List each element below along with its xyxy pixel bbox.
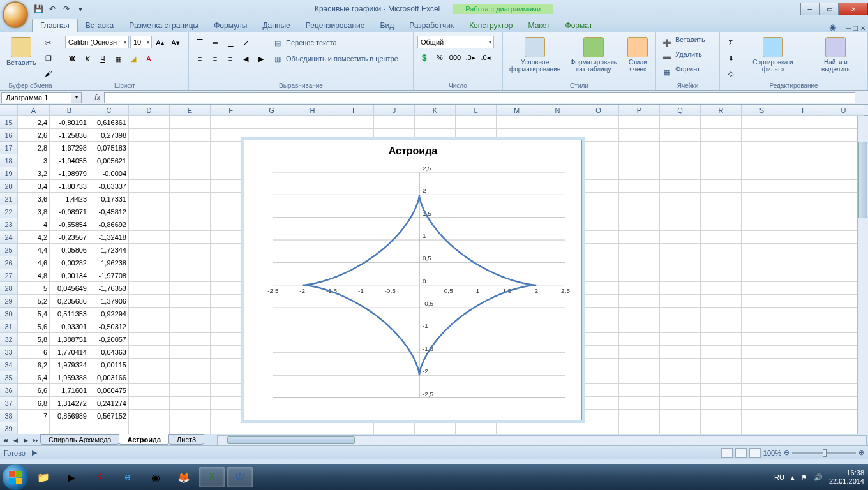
- cell[interactable]: 0,060475: [89, 384, 129, 397]
- cell[interactable]: 5,6: [18, 320, 50, 333]
- paste-button[interactable]: Вставить: [4, 36, 39, 68]
- cell[interactable]: [129, 180, 170, 193]
- cell[interactable]: [578, 193, 619, 205]
- formula-input[interactable]: [104, 92, 855, 103]
- cell[interactable]: [578, 308, 619, 320]
- cell[interactable]: 0,00134: [50, 269, 89, 282]
- cell[interactable]: [578, 167, 619, 180]
- clear-icon[interactable]: ◇: [724, 66, 738, 80]
- vertical-scroll-thumb[interactable]: [858, 142, 867, 218]
- cell[interactable]: [742, 180, 782, 193]
- cell[interactable]: [578, 231, 619, 244]
- cell[interactable]: [701, 410, 742, 422]
- cell[interactable]: [742, 333, 782, 346]
- cell[interactable]: [742, 359, 782, 371]
- cell[interactable]: [456, 422, 497, 434]
- redo-icon[interactable]: ↷: [60, 3, 73, 15]
- column-header[interactable]: U: [823, 105, 864, 116]
- cell[interactable]: [782, 142, 823, 154]
- cell[interactable]: [170, 320, 211, 333]
- cell[interactable]: [129, 320, 170, 333]
- cell[interactable]: [742, 269, 782, 282]
- cell[interactable]: [701, 256, 742, 269]
- cell[interactable]: [660, 116, 701, 129]
- tab-Вставка[interactable]: Вставка: [78, 19, 122, 32]
- cell[interactable]: [782, 231, 823, 244]
- column-header[interactable]: I: [333, 105, 374, 116]
- column-header[interactable]: H: [292, 105, 333, 116]
- cell[interactable]: [292, 116, 333, 129]
- cell[interactable]: [374, 422, 415, 434]
- cell[interactable]: 6,6: [18, 384, 50, 397]
- tab-Разработчик[interactable]: Разработчик: [401, 19, 461, 32]
- cell[interactable]: [701, 129, 742, 142]
- cell[interactable]: -0,55854: [50, 218, 89, 231]
- row-header[interactable]: 37: [0, 397, 18, 410]
- cell[interactable]: -1,67298: [50, 142, 89, 154]
- cell[interactable]: [129, 269, 170, 282]
- cell[interactable]: [701, 384, 742, 397]
- view-normal-icon[interactable]: [721, 448, 733, 458]
- cell[interactable]: [170, 116, 211, 129]
- cell[interactable]: [742, 167, 782, 180]
- tab-Разметка страницы[interactable]: Разметка страницы: [121, 19, 206, 32]
- row-header[interactable]: 24: [0, 231, 18, 244]
- cell[interactable]: [782, 371, 823, 384]
- cell[interactable]: [782, 359, 823, 371]
- taskbar-firefox-icon[interactable]: 🦊: [171, 467, 197, 487]
- cell[interactable]: [782, 320, 823, 333]
- cell[interactable]: [742, 397, 782, 410]
- cell[interactable]: [619, 193, 660, 205]
- chart-title[interactable]: Астроида: [244, 140, 581, 160]
- vertical-scrollbar[interactable]: [857, 116, 868, 434]
- cell[interactable]: 1,770414: [50, 346, 89, 359]
- cell[interactable]: 4,8: [18, 269, 50, 282]
- autosum-icon[interactable]: Σ: [724, 36, 738, 50]
- decrease-indent-icon[interactable]: ◀: [239, 52, 253, 66]
- cell[interactable]: -0,17331: [89, 193, 129, 205]
- tab-Формат[interactable]: Формат: [558, 19, 601, 32]
- row-header[interactable]: 23: [0, 218, 18, 231]
- cell[interactable]: [782, 410, 823, 422]
- office-button[interactable]: [3, 1, 28, 28]
- bold-button[interactable]: Ж: [65, 52, 79, 66]
- row-header[interactable]: 18: [0, 154, 18, 167]
- mdi-restore-icon[interactable]: ❐: [853, 25, 858, 32]
- cell[interactable]: 1,388751: [50, 333, 89, 346]
- column-header[interactable]: O: [578, 105, 619, 116]
- cell[interactable]: [619, 397, 660, 410]
- cell[interactable]: [129, 359, 170, 371]
- cell[interactable]: [374, 116, 415, 129]
- number-format-combo[interactable]: Общий: [417, 36, 494, 48]
- decrease-decimal-icon[interactable]: .0◂: [479, 50, 493, 64]
- cell[interactable]: [497, 116, 537, 129]
- cell[interactable]: [701, 193, 742, 205]
- cell[interactable]: [782, 282, 823, 295]
- cell[interactable]: [701, 371, 742, 384]
- cell[interactable]: [782, 384, 823, 397]
- shrink-font-icon[interactable]: A▾: [168, 36, 183, 50]
- tab-Макет[interactable]: Макет: [521, 19, 558, 32]
- cell[interactable]: [782, 167, 823, 180]
- cell[interactable]: 0,003166: [89, 371, 129, 384]
- cell[interactable]: -0,92294: [89, 308, 129, 320]
- row-header[interactable]: 32: [0, 333, 18, 346]
- border-icon[interactable]: ▦: [111, 52, 125, 66]
- cell[interactable]: [660, 167, 701, 180]
- cell[interactable]: 0,93301: [50, 320, 89, 333]
- qat-customize-icon[interactable]: ▾: [74, 3, 87, 15]
- cell[interactable]: [129, 333, 170, 346]
- cell[interactable]: [701, 320, 742, 333]
- align-center-icon[interactable]: ≡: [208, 52, 222, 66]
- cell[interactable]: -0,20057: [89, 333, 129, 346]
- cell[interactable]: -1,72344: [89, 244, 129, 256]
- cell[interactable]: 0,045649: [50, 282, 89, 295]
- cell[interactable]: [701, 154, 742, 167]
- cell[interactable]: [619, 244, 660, 256]
- chart-object[interactable]: Астроида -2,5-2-1,5-1-0,500,511,522,5-2,…: [244, 140, 582, 420]
- cell[interactable]: [742, 308, 782, 320]
- column-header[interactable]: A: [18, 105, 50, 116]
- cell[interactable]: [170, 154, 211, 167]
- mdi-minimize-icon[interactable]: ─: [846, 25, 851, 32]
- delete-cells-button[interactable]: ➖Удалить: [660, 50, 702, 64]
